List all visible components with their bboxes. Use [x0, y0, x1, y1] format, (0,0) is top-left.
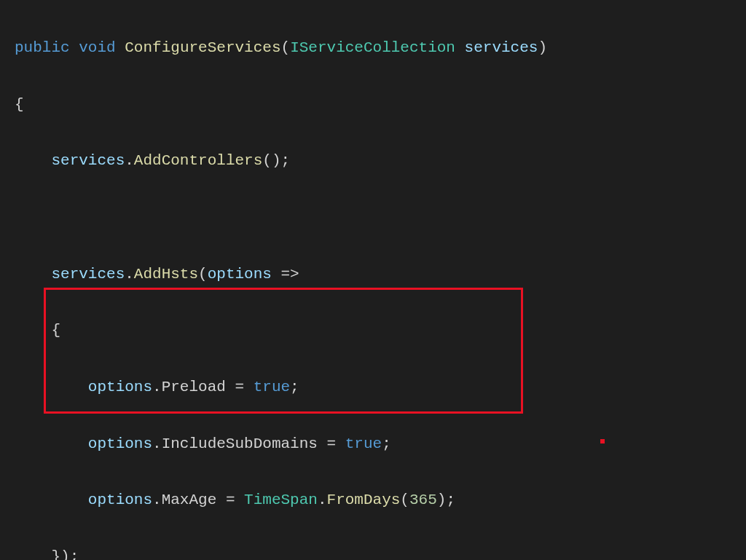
- code-line: options.IncludeSubDomains = true;: [0, 430, 746, 459]
- code-line: {: [0, 317, 746, 345]
- code-line: [0, 204, 746, 232]
- code-line: options.MaxAge = TimeSpan.FromDays(365);: [0, 486, 746, 515]
- code-line: {: [0, 91, 746, 119]
- decoration-dot: [600, 439, 605, 443]
- code-line: public void ConfigureServices(IServiceCo…: [0, 34, 746, 63]
- code-line: });: [0, 543, 746, 560]
- code-line: options.Preload = true;: [0, 374, 746, 402]
- code-editor[interactable]: public void ConfigureServices(IServiceCo…: [0, 6, 746, 560]
- code-line: services.AddHsts(options =>: [0, 261, 746, 289]
- code-line: services.AddControllers();: [0, 147, 746, 176]
